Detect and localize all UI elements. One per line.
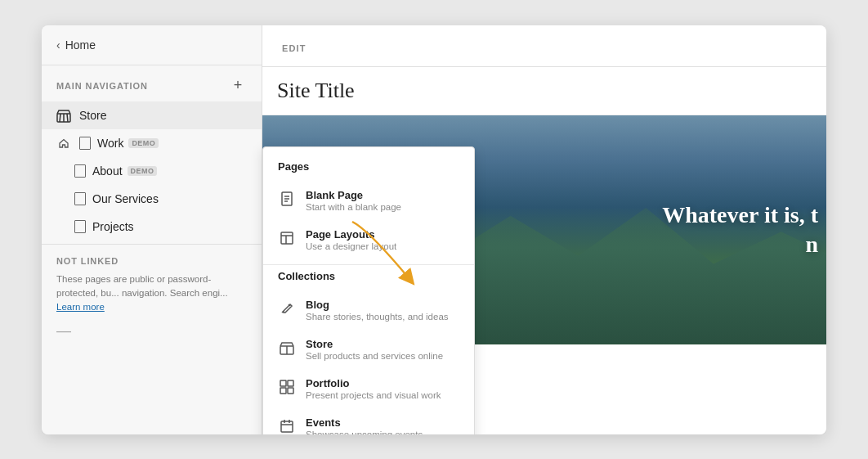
svg-rect-17 [288,388,293,394]
work-label: Work [97,137,123,150]
home-label: Home [65,38,96,52]
svg-rect-15 [288,380,293,386]
svg-line-3 [67,114,68,122]
store-collection-desc: Sell products and services online [306,351,443,361]
section-label: MAIN NAVIGATION [56,81,148,91]
blog-text: Blog Share stories, thoughts, and ideas [306,299,449,322]
projects-label: Projects [92,220,134,233]
edit-header: EDIT [262,25,826,67]
projects-indent-icon [56,219,66,234]
blog-option[interactable]: Blog Share stories, thoughts, and ideas [263,290,474,330]
collections-divider [263,264,474,265]
not-linked-label: NOT LINKED [56,256,247,266]
about-page-icon [74,164,86,178]
main-container: ‹ Home MAIN NAVIGATION + Store [42,25,826,434]
svg-rect-8 [281,232,293,244]
store-collection-option[interactable]: Store Sell products and services online [263,330,474,369]
page-layouts-desc: Use a designer layout [306,241,396,251]
projects-page-icon [74,220,86,233]
events-desc: Showcase upcoming events [306,430,423,434]
page-layouts-icon [278,229,296,247]
svg-rect-18 [281,421,293,432]
our-services-label: Our Services [92,192,159,205]
hero-text: Whatever it is, tn [662,200,818,259]
sidebar: ‹ Home MAIN NAVIGATION + Store [42,25,262,434]
blank-page-option[interactable]: Blank Page Start with a blank page [263,181,474,220]
page-layouts-option[interactable]: Page Layouts Use a designer layout [263,220,474,259]
events-option[interactable]: Events Showcase upcoming events [263,408,474,434]
store-collection-icon [278,339,296,357]
events-text: Events Showcase upcoming events [306,416,423,434]
not-linked-section: NOT LINKED These pages are public or pas… [42,244,262,347]
add-page-dropdown: Pages Blank Page Start with a blank page [262,146,475,434]
pages-section-title: Pages [263,160,474,181]
site-title-area: Site Title [262,67,826,115]
services-indent-icon [56,191,66,206]
page-layouts-text: Page Layouts Use a designer layout [306,228,396,251]
chevron-left-icon: ‹ [56,38,60,52]
store-collection-title: Store [306,338,443,350]
blank-page-desc: Start with a blank page [306,202,401,212]
learn-more-link[interactable]: Learn more [56,302,105,312]
blank-page-text: Blank Page Start with a blank page [306,189,401,212]
portfolio-option[interactable]: Portfolio Present projects and visual wo… [263,369,474,408]
portfolio-title: Portfolio [306,377,441,389]
blog-desc: Share stories, thoughts, and ideas [306,312,449,322]
sidebar-item-about[interactable]: About DEMO [42,157,262,185]
portfolio-text: Portfolio Present projects and visual wo… [306,377,441,400]
sidebar-item-work[interactable]: Work DEMO [42,129,262,157]
store-label: Store [79,109,106,122]
blog-title: Blog [306,299,449,311]
blank-page-title: Blank Page [306,189,401,201]
minus-icon: — [56,322,247,340]
not-linked-desc: These pages are public or password-prote… [56,272,247,315]
services-page-icon [74,192,86,205]
events-title: Events [306,416,423,429]
page-layouts-title: Page Layouts [306,228,396,241]
add-page-button[interactable]: + [229,77,247,95]
portfolio-icon [278,378,296,396]
blank-page-icon [278,190,296,208]
svg-rect-16 [280,388,286,394]
work-demo-badge: DEMO [128,138,159,148]
home-back-button[interactable]: ‹ Home [42,25,262,65]
about-indent-icon [56,164,66,178]
sidebar-item-store[interactable]: Store [42,101,262,129]
edit-label: EDIT [282,43,306,53]
work-page-icon [79,137,91,150]
svg-rect-14 [280,380,286,386]
collections-section-title: Collections [263,270,474,290]
blog-icon [278,299,296,317]
main-navigation-header: MAIN NAVIGATION + [42,65,262,101]
site-title: Site Title [277,79,355,102]
about-label: About [92,164,123,178]
store-icon [56,108,71,123]
store-collection-text: Store Sell products and services online [306,338,443,361]
portfolio-desc: Present projects and visual work [306,390,441,400]
sidebar-item-our-services[interactable]: Our Services [42,185,262,213]
svg-line-2 [60,114,60,122]
about-demo-badge: DEMO [128,166,158,176]
home-small-icon [56,136,71,151]
sidebar-item-projects[interactable]: Projects [42,213,262,241]
events-icon [278,417,296,434]
